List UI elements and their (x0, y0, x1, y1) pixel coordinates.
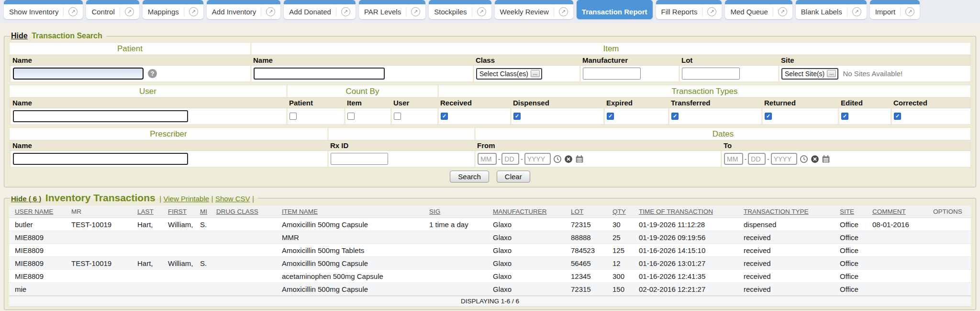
column-header[interactable]: QTY (610, 206, 636, 218)
column-header-label[interactable]: OPTIONS (933, 208, 962, 215)
help-icon[interactable]: ? (148, 69, 157, 78)
transaction-type-checkbox[interactable]: ✓ (841, 113, 848, 120)
from-clear-icon[interactable] (564, 155, 573, 163)
view-printable-link[interactable]: View Printable (164, 195, 210, 203)
external-link-icon[interactable]: ↗ (68, 7, 78, 16)
column-header-label[interactable]: MI (200, 208, 207, 215)
column-header-label[interactable]: MR (71, 208, 81, 215)
clear-button[interactable]: Clear (497, 171, 530, 183)
nav-tab[interactable]: Fill Reports ↗ (656, 0, 722, 19)
nav-tab[interactable]: Blank Labels ↗ (796, 0, 867, 19)
manufacturer-input[interactable] (583, 68, 641, 80)
select-classes-button[interactable]: Select Class(es) ... (476, 68, 542, 80)
external-link-icon[interactable]: ↗ (266, 7, 275, 16)
column-header[interactable]: LAST (134, 206, 165, 218)
ellipsis-button[interactable]: ... (827, 70, 836, 77)
to-month-input[interactable] (724, 153, 743, 165)
hide-transactions-link[interactable]: Hide ( 6 ) (11, 195, 41, 203)
from-clock-icon[interactable] (553, 155, 562, 163)
column-header-label[interactable]: LAST (137, 208, 154, 215)
column-header[interactable]: LOT (568, 206, 610, 218)
column-header-label[interactable]: QTY (612, 208, 626, 215)
tab-external-link[interactable]: ↗ (120, 7, 134, 16)
from-day-input[interactable] (501, 153, 519, 165)
column-header[interactable]: DRUG CLASS (213, 206, 279, 218)
column-header-label[interactable]: TIME OF TRANSACTION (639, 208, 713, 215)
tab-external-link[interactable]: ↗ (847, 7, 861, 16)
external-link-icon[interactable]: ↗ (411, 7, 420, 16)
transaction-type-checkbox[interactable]: ✓ (441, 113, 448, 120)
nav-tab[interactable]: Control ↗ (86, 0, 139, 19)
column-header-label[interactable]: TRANSACTION TYPE (744, 208, 809, 215)
nav-tab[interactable]: Weekly Review ↗ (495, 0, 573, 19)
ellipsis-button[interactable]: ... (531, 70, 540, 77)
select-sites-button[interactable]: Select Site(s) ... (781, 68, 838, 80)
column-header-label[interactable]: COMMENT (872, 208, 906, 215)
column-header-label[interactable]: MANUFACTURER (493, 208, 547, 215)
to-calendar-icon[interactable] (822, 155, 830, 163)
prescriber-name-input[interactable] (13, 153, 188, 165)
hide-search-link[interactable]: Hide (11, 32, 28, 40)
tab-external-link[interactable]: ↗ (554, 7, 568, 16)
to-year-input[interactable] (771, 153, 797, 165)
show-csv-link[interactable]: Show CSV (215, 195, 250, 203)
nav-tab[interactable]: Show Inventory ↗ (4, 0, 83, 19)
column-header-label[interactable]: ITEM NAME (282, 208, 318, 215)
column-header-label[interactable]: LOT (571, 208, 583, 215)
count-by-checkbox[interactable]: ✓ (394, 113, 401, 120)
column-header[interactable]: FIRST (165, 206, 197, 218)
tab-external-link[interactable]: ↗ (900, 7, 914, 16)
external-link-icon[interactable]: ↗ (778, 7, 787, 16)
nav-tab[interactable]: Add Donated ↗ (284, 0, 356, 19)
tab-external-link[interactable]: ↗ (773, 7, 787, 16)
item-name-input[interactable] (254, 68, 385, 80)
column-header-label[interactable]: USER NAME (15, 208, 53, 215)
to-day-input[interactable] (748, 153, 766, 165)
rx-id-input[interactable] (331, 153, 388, 165)
external-link-icon[interactable]: ↗ (477, 7, 486, 16)
column-header-label[interactable]: DRUG CLASS (216, 208, 258, 215)
nav-tab[interactable]: Transaction Report (577, 0, 653, 19)
user-name-input[interactable] (13, 110, 188, 122)
count-by-checkbox[interactable]: ✓ (290, 113, 297, 120)
nav-tab[interactable]: Add Inventory ↗ (207, 0, 281, 19)
tab-external-link[interactable]: ↗ (472, 7, 486, 16)
nav-tab[interactable]: Import ↗ (870, 0, 920, 19)
transaction-type-checkbox[interactable]: ✓ (894, 113, 901, 120)
tab-external-link[interactable]: ↗ (261, 7, 275, 16)
lot-input[interactable] (682, 68, 740, 80)
search-button[interactable]: Search (450, 171, 489, 183)
column-header[interactable]: MANUFACTURER (490, 206, 568, 218)
external-link-icon[interactable]: ↗ (341, 7, 350, 16)
external-link-icon[interactable]: ↗ (905, 7, 914, 16)
nav-tab[interactable]: PAR Levels ↗ (359, 0, 425, 19)
from-calendar-icon[interactable] (575, 155, 584, 163)
nav-tab[interactable]: Med Queue ↗ (725, 0, 792, 19)
count-by-checkbox[interactable]: ✓ (347, 113, 355, 120)
column-header[interactable]: MI (197, 206, 213, 218)
column-header-label[interactable]: FIRST (168, 208, 187, 215)
from-year-input[interactable] (524, 153, 551, 165)
to-clear-icon[interactable] (811, 155, 819, 163)
external-link-icon[interactable]: ↗ (189, 7, 198, 16)
tab-external-link[interactable]: ↗ (702, 7, 716, 16)
tab-external-link[interactable]: ↗ (336, 7, 350, 16)
column-header-label[interactable]: SITE (840, 208, 854, 215)
tab-external-link[interactable]: ↗ (406, 7, 420, 16)
transaction-type-checkbox[interactable]: ✓ (513, 113, 521, 120)
column-header[interactable]: TRANSACTION TYPE (741, 206, 837, 218)
transaction-type-checkbox[interactable]: ✓ (607, 113, 614, 120)
transaction-type-checkbox[interactable]: ✓ (765, 113, 772, 120)
external-link-icon[interactable]: ↗ (852, 7, 861, 16)
to-clock-icon[interactable] (800, 155, 808, 163)
column-header[interactable]: OPTIONS (930, 206, 971, 218)
column-header[interactable]: COMMENT (869, 206, 930, 218)
column-header[interactable]: SITE (837, 206, 869, 218)
nav-tab[interactable]: Mappings ↗ (143, 0, 203, 19)
column-header[interactable]: USER NAME (9, 206, 68, 218)
external-link-icon[interactable]: ↗ (559, 7, 568, 16)
column-header[interactable]: ITEM NAME (279, 206, 426, 218)
patient-name-input[interactable] (13, 68, 144, 80)
nav-tab[interactable]: Stockpiles ↗ (429, 0, 491, 19)
column-header[interactable]: SIG (426, 206, 490, 218)
